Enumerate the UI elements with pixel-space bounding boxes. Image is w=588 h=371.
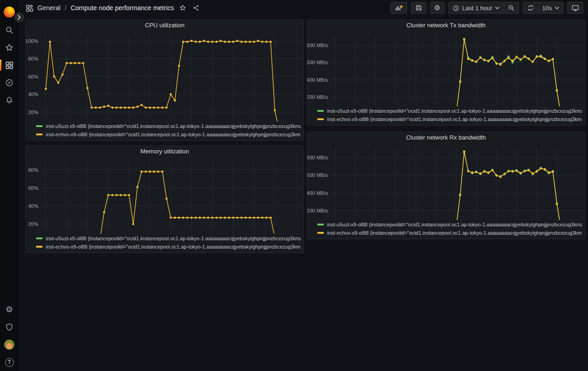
sidebar-item-explore[interactable] (0, 74, 19, 91)
legend-swatch (317, 110, 324, 112)
refresh-button[interactable] (523, 2, 538, 14)
legend-label: inst-echvo-x9-ol88 {instancepoolid="ocid… (327, 116, 582, 122)
chart-canvas[interactable]: 0%20%40%60%80%100%21:0521:1021:1521:2021… (26, 31, 303, 122)
chart-area[interactable]: 0 B/s200 MB/s400 MB/s600 MB/s800 MB/s21:… (307, 143, 585, 220)
legend-item[interactable]: inst-echvo-x9-ol88 {instancepoolid="ocid… (36, 243, 301, 251)
refresh-interval-picker[interactable]: 10s (538, 2, 563, 14)
sidebar-item-alerting[interactable] (0, 91, 19, 109)
chevron-down-icon (495, 6, 500, 9)
kiosk-mode-button[interactable] (567, 2, 583, 14)
chevron-right-icon (18, 15, 21, 20)
chart-canvas[interactable]: 0 B/s200 MB/s400 MB/s600 MB/s800 MB/s21:… (307, 143, 585, 220)
legend-item[interactable]: inst-u5uzt-x9-ol88 {instancepoolid="ocid… (317, 107, 582, 115)
share-dashboard-button[interactable] (192, 3, 201, 12)
user-avatar (4, 340, 14, 350)
sidebar: ⚙ ? (0, 0, 19, 371)
legend-swatch (36, 125, 43, 127)
sidebar-item-help[interactable]: ? (0, 353, 19, 371)
gear-icon: ⚙ (434, 5, 440, 12)
legend-label: inst-u5uzt-x9-ol88 {instancepoolid="ocid… (327, 222, 582, 227)
svg-text:200 MB/s: 200 MB/s (307, 94, 328, 100)
time-range-picker[interactable]: Last 1 hour (448, 2, 504, 14)
panel-network-tx-bandwidth: Cluster network Tx bandwidth 0 B/s200 MB… (307, 19, 585, 126)
dashboard-settings-button[interactable]: ⚙ (430, 2, 445, 14)
chevron-down-icon (555, 6, 559, 9)
chart-canvas[interactable]: 0%20%40%60%80%21:0521:1021:1521:2021:252… (26, 157, 303, 234)
shield-icon (5, 322, 14, 332)
panel-title[interactable]: Memory utilization (26, 146, 303, 157)
legend-label: inst-echvo-x9-ol88 {instancepoolid="ocid… (327, 230, 582, 236)
time-controls: Last 1 hour (448, 2, 519, 14)
legend-swatch (36, 237, 43, 239)
legend-item[interactable]: inst-echvo-x9-ol88 {instancepoolid="ocid… (317, 229, 582, 237)
compass-icon (5, 78, 14, 87)
svg-text:200 MB/s: 200 MB/s (307, 208, 328, 213)
legend-item[interactable]: inst-echvo-x9-ol88 {instancepoolid="ocid… (317, 115, 582, 123)
svg-text:400 MB/s: 400 MB/s (307, 190, 328, 196)
svg-text:800 MB/s: 800 MB/s (307, 155, 328, 160)
svg-text:400 MB/s: 400 MB/s (307, 77, 328, 83)
breadcrumb: General / Compute node performance metri… (25, 3, 201, 12)
sidebar-expand-button[interactable] (14, 12, 24, 22)
sidebar-item-server-admin[interactable] (0, 318, 19, 336)
sidebar-item-starred[interactable] (0, 39, 19, 56)
share-icon (192, 4, 200, 12)
legend-label: inst-echvo-x9-ol88 {instancepoolid="ocid… (46, 244, 301, 249)
chart-legend: inst-u5uzt-x9-ol88 {instancepoolid="ocid… (26, 234, 303, 253)
chart-area[interactable]: 0%20%40%60%80%21:0521:1021:1521:2021:252… (26, 157, 303, 234)
star-dashboard-button[interactable] (178, 3, 187, 12)
chart-canvas[interactable]: 0 B/s200 MB/s400 MB/s600 MB/s800 MB/s21:… (307, 31, 585, 106)
chart-area[interactable]: 0%20%40%60%80%100%21:0521:1021:1521:2021… (26, 31, 303, 122)
legend-label: inst-u5uzt-x9-ol88 {instancepoolid="ocid… (46, 236, 301, 241)
refresh-icon (527, 4, 534, 12)
chart-area[interactable]: 0 B/s200 MB/s400 MB/s600 MB/s800 MB/s21:… (307, 31, 585, 106)
refresh-controls: 10s (523, 2, 563, 14)
clock-icon (452, 5, 459, 12)
legend-item[interactable]: inst-u5uzt-x9-ol88 {instancepoolid="ocid… (36, 234, 301, 243)
sidebar-item-profile[interactable] (0, 336, 19, 353)
svg-text:20%: 20% (28, 221, 38, 227)
panel-memory-utilization: Memory utilization 0%20%40%60%80%21:0521… (25, 146, 304, 253)
sidebar-item-search[interactable] (0, 21, 19, 39)
panel-title[interactable]: Cluster network Tx bandwidth (307, 20, 585, 31)
svg-text:80%: 80% (28, 56, 38, 61)
panel-cpu-utilization: CPU utilization 0%20%40%60%80%100%21:052… (25, 19, 304, 141)
save-icon (415, 4, 422, 12)
zoom-out-button[interactable] (503, 2, 519, 14)
breadcrumb-separator: / (65, 4, 67, 12)
legend-label: inst-echvo-x9-ol88 {instancepoolid="ocid… (46, 132, 301, 137)
svg-text:800 MB/s: 800 MB/s (307, 43, 328, 48)
svg-text:60%: 60% (28, 74, 38, 79)
legend-swatch (317, 118, 324, 120)
legend-swatch (317, 232, 324, 234)
legend-swatch (36, 134, 43, 135)
chart-legend: inst-u5uzt-x9-ol88 {instancepoolid="ocid… (26, 122, 303, 140)
sidebar-item-configuration[interactable]: ⚙ (0, 301, 19, 318)
legend-swatch (36, 246, 43, 248)
svg-text:600 MB/s: 600 MB/s (307, 60, 328, 65)
gear-icon: ⚙ (6, 305, 13, 314)
svg-text:40%: 40% (28, 203, 38, 209)
save-dashboard-button[interactable] (411, 2, 427, 14)
add-panel-button[interactable] (390, 2, 407, 14)
grafana-logo-icon (4, 6, 15, 18)
legend-item[interactable]: inst-u5uzt-x9-ol88 {instancepoolid="ocid… (36, 122, 301, 130)
svg-text:20%: 20% (28, 109, 38, 115)
svg-text:40%: 40% (28, 91, 38, 97)
breadcrumb-folder[interactable]: General (37, 4, 61, 12)
panel-title[interactable]: CPU utilization (26, 20, 303, 31)
bell-icon (5, 96, 14, 105)
legend-item[interactable]: inst-echvo-x9-ol88 {instancepoolid="ocid… (36, 130, 301, 139)
add-panel-icon (395, 4, 403, 12)
panel-network-rx-bandwidth: Cluster network Rx bandwidth 0 B/s200 MB… (307, 132, 585, 239)
panel-title[interactable]: Cluster network Rx bandwidth (307, 132, 585, 143)
legend-label: inst-u5uzt-x9-ol88 {instancepoolid="ocid… (46, 123, 301, 129)
star-icon (5, 43, 14, 52)
svg-text:60%: 60% (28, 185, 38, 191)
sidebar-item-dashboards[interactable] (0, 56, 19, 74)
chart-legend: inst-u5uzt-x9-ol88 {instancepoolid="ocid… (307, 106, 585, 125)
monitor-icon (571, 4, 579, 12)
legend-label: inst-u5uzt-x9-ol88 {instancepoolid="ocid… (327, 108, 582, 114)
help-icon: ? (5, 358, 14, 367)
legend-item[interactable]: inst-u5uzt-x9-ol88 {instancepoolid="ocid… (317, 220, 582, 229)
